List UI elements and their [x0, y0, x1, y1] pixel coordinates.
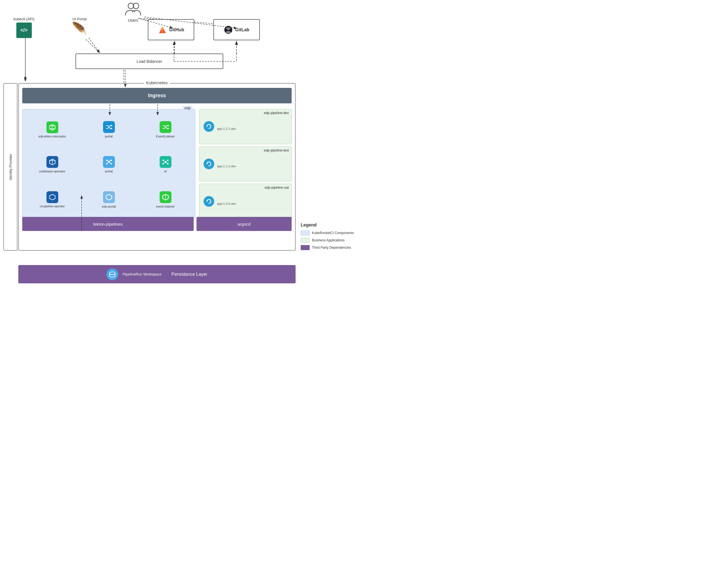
edp-namespace: edp edp-tekton-interceptor: [22, 109, 195, 219]
svg-line-40: [109, 162, 111, 164]
legend: Legend KubeRocketCI Components Business …: [301, 222, 360, 252]
svg-line-39: [107, 162, 109, 164]
pipeline-test-icon: [204, 158, 214, 169]
pipeline-uat-icon: [204, 196, 214, 207]
svg-marker-25: [111, 125, 113, 126]
svg-line-47: [163, 160, 166, 162]
edp-item-cdpipeline: cd-pipeline-operator: [24, 182, 81, 217]
edp-item-codebase: codebase-operator: [24, 147, 81, 182]
legend-label-business: Business Applications: [312, 238, 345, 242]
identity-provider: Identity Provider: [3, 83, 17, 251]
persistence-layer: PipelineRun Workspace Persistance Layer: [18, 265, 296, 284]
gitlab-label: GitLab: [235, 27, 249, 32]
legend-item-business: Business Applications: [301, 238, 360, 243]
kubernetes-container: Kubernetes Ingress edp: [18, 83, 296, 251]
persistence-label: Persistance Layer: [171, 272, 207, 277]
edp-item-portal2: portal: [81, 147, 137, 182]
pipeline-namespaces-section: edp-pipeline-dev app:1.2.1-dev edp-pipel…: [199, 109, 292, 219]
refresh-icon-uat: [206, 198, 212, 204]
svg-marker-51: [50, 194, 55, 200]
svg-line-50: [166, 162, 168, 164]
pipeline-test-app: app:1.1.1-dev: [217, 164, 236, 168]
edpportal-label: edp-portal: [102, 205, 116, 208]
load-balancer-box: Load Balancer: [75, 53, 223, 69]
eventlistener-label: EventListener: [156, 135, 175, 138]
edp-label: edp: [183, 106, 192, 110]
eventlistener-icon: [160, 121, 171, 133]
legend-color-blue: [301, 230, 310, 235]
shuffle-icon: [105, 123, 113, 131]
svg-line-70: [86, 39, 100, 53]
pipelinerun-icon: [106, 268, 118, 280]
el-icon: [160, 156, 171, 168]
pipeline-uat-name: edp-pipeline-uat: [265, 186, 289, 189]
edp-item-portal1: portal: [81, 112, 137, 147]
workspace-icon: [109, 271, 116, 278]
architecture-diagram: Users kubectl (API) </> UI Portal 🪶 GitH…: [0, 0, 364, 284]
edpportal-icon: [103, 191, 115, 203]
svg-line-37: [107, 160, 109, 162]
pipeline-dev-icon: [204, 121, 214, 132]
legend-item-kuberockit: KubeRocketCI Components: [301, 230, 360, 235]
argocd-bar: argocd: [196, 217, 292, 231]
svg-line-49: [163, 162, 166, 164]
cube-icon-green2: [162, 193, 169, 201]
pipeline-test-name: edp-pipeline-test: [264, 148, 289, 152]
edp-item-eventlistener: EventListener: [137, 112, 194, 147]
ui-portal-label: UI Portal: [72, 17, 87, 21]
cdpipeline-icon: [46, 191, 58, 203]
svg-marker-52: [106, 194, 112, 200]
ingress-label: Ingress: [148, 93, 166, 99]
legend-label-kuberocketci: KubeRocketCI Components: [312, 231, 354, 235]
svg-line-48: [166, 160, 168, 162]
interceptor-icon: [46, 121, 58, 133]
eventlistener2-label: event-listener: [156, 205, 175, 208]
cube-icon-green: [49, 124, 56, 131]
legend-title: Legend: [301, 222, 360, 227]
interceptor-label: edp-tekton-interceptor: [39, 135, 66, 138]
tekton-label: tekton-pipelines: [93, 222, 123, 226]
svg-marker-26: [111, 128, 113, 129]
refresh-icon-test: [206, 161, 212, 167]
pipeline-dev: edp-pipeline-dev app:1.2.1-dev: [199, 109, 292, 144]
svg-point-19: [226, 27, 227, 29]
portal2-label: portal: [105, 169, 113, 173]
cube-icon-blue-light: [49, 193, 56, 201]
el-label: el: [164, 169, 167, 173]
network-icon: [105, 158, 113, 166]
svg-marker-28: [168, 128, 169, 129]
portal1-icon: [103, 121, 115, 133]
legend-label-third-party: Third Party Dependencies: [312, 245, 351, 249]
pipeline-dev-app: app:1.2.1-dev: [217, 127, 236, 130]
pipeline-dev-name: edp-pipeline-dev: [264, 111, 289, 115]
identity-provider-label: Identity Provider: [8, 154, 13, 180]
kubectl-section: kubectl (API) </>: [14, 17, 34, 38]
svg-line-38: [109, 160, 111, 162]
edp-components-grid: edp-tekton-interceptor portal: [23, 109, 195, 218]
kubectl-label: kubectl (API): [14, 17, 34, 21]
codebase-icon: [46, 156, 58, 168]
tekton-bar: tekton-pipelines: [22, 217, 194, 231]
cube-icon-blue-dark: [49, 158, 56, 166]
network-icon-teal: [162, 158, 169, 166]
edp-item-el: el: [137, 147, 194, 182]
svg-point-18: [227, 27, 230, 30]
pipelinerun-label: PipelineRun Workspace: [122, 272, 162, 276]
users-section: Users: [124, 1, 142, 23]
codebase-label: codebase-operator: [39, 169, 65, 173]
refresh-icon-dev: [206, 123, 212, 129]
legend-item-third-party: Third Party Dependencies: [301, 245, 360, 250]
ui-portal-icon: 🪶: [72, 23, 87, 35]
github-box: GitHub: [148, 19, 194, 40]
eventlistener2-icon: [160, 191, 171, 203]
users-label: Users: [124, 18, 142, 23]
svg-point-20: [229, 27, 231, 29]
edp-item-edpportal: edp-portal: [81, 182, 137, 217]
svg-line-7: [89, 38, 100, 53]
legend-color-green: [301, 238, 310, 243]
load-balancer-label: Load Balancer: [137, 59, 162, 64]
kubectl-code-icon: </>: [20, 27, 28, 33]
legend-color-purple: [301, 245, 310, 250]
ui-portal-section: UI Portal 🪶: [72, 17, 87, 35]
argocd-label: argocd: [238, 222, 251, 226]
